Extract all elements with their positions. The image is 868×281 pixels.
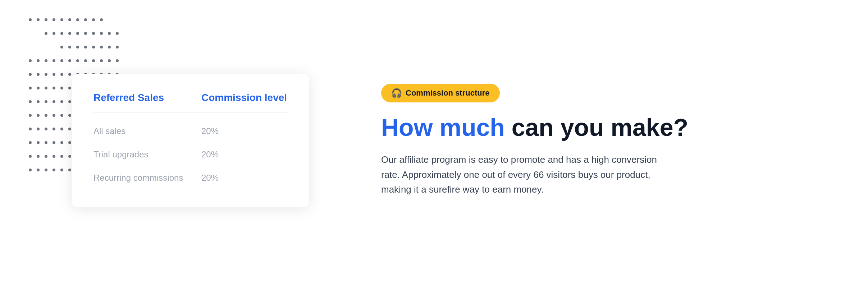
- commission-badge: 🎧 Commission structure: [381, 84, 500, 102]
- referred-sales-header: Referred Sales: [93, 92, 164, 103]
- commission-level-header: Commission level: [201, 92, 287, 103]
- description-text: Our affiliate program is easy to promote…: [381, 152, 662, 197]
- table-row: Recurring commissions20%: [93, 166, 288, 189]
- col-commission-header: Commission level: [201, 92, 288, 103]
- cell-commission: 20%: [201, 126, 288, 136]
- badge-label: Commission structure: [406, 88, 490, 98]
- table-row: All sales20%: [93, 120, 288, 143]
- cell-referred: Trial upgrades: [93, 149, 201, 160]
- cell-referred: All sales: [93, 126, 201, 136]
- cell-commission: 20%: [201, 173, 288, 183]
- cell-referred: Recurring commissions: [93, 173, 201, 183]
- commission-card: Referred Sales Commission level All sale…: [72, 74, 309, 207]
- page-wrapper: Referred Sales Commission level All sale…: [0, 0, 868, 281]
- col-referred-header: Referred Sales: [93, 92, 201, 103]
- headphones-icon: 🎧: [391, 88, 402, 98]
- table-body: All sales20%Trial upgrades20%Recurring c…: [93, 120, 288, 189]
- cell-commission: 20%: [201, 149, 288, 160]
- headline-blue-part: How much: [381, 114, 505, 141]
- table-row: Trial upgrades20%: [93, 143, 288, 166]
- headline-black-part: can you make?: [505, 114, 688, 141]
- left-section: Referred Sales Commission level All sale…: [29, 18, 309, 263]
- main-headline: How much can you make?: [381, 114, 839, 141]
- right-section: 🎧 Commission structure How much can you …: [352, 84, 839, 197]
- table-header-row: Referred Sales Commission level: [93, 92, 288, 112]
